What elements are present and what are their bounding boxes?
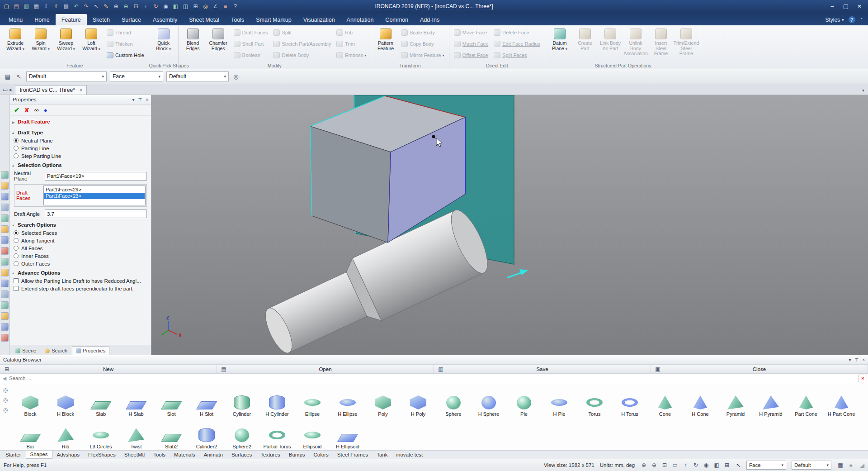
- catalog-item[interactable]: Slab: [83, 387, 118, 417]
- document-tab[interactable]: IronCAD vs C... Three* ×: [15, 85, 87, 95]
- settings-icon[interactable]: [221, 1, 230, 11]
- ribbon-button[interactable]: Delete Face ▾: [491, 27, 543, 38]
- left-tool-12-icon[interactable]: [1, 290, 9, 298]
- ribbon-tab[interactable]: Home: [28, 14, 55, 25]
- doc-tabs-overflow-icon[interactable]: ▾: [859, 88, 868, 95]
- preview-glasses-icon[interactable]: ∞: [34, 106, 39, 114]
- ribbon-button[interactable]: Offset Face ▾: [451, 50, 491, 61]
- page-icon[interactable]: ▭: [3, 86, 8, 93]
- catalog-item[interactable]: Sphere2: [224, 419, 259, 449]
- catalog-item[interactable]: H Sphere: [471, 387, 506, 417]
- catalog-tab[interactable]: Animatn: [200, 451, 227, 459]
- ribbon-tab[interactable]: Surface: [116, 14, 147, 25]
- ribbon-button[interactable]: Move Face ▾: [451, 27, 491, 38]
- left-tool-14-icon[interactable]: [1, 312, 9, 320]
- left-tool-13-icon[interactable]: [1, 301, 9, 309]
- catalog-tab[interactable]: Shapes: [26, 451, 52, 459]
- ribbon-button[interactable]: Quick Block ▾: [151, 27, 176, 61]
- print-icon[interactable]: [61, 1, 71, 11]
- ribbon-tab[interactable]: Tools: [225, 14, 250, 25]
- attach-icon[interactable]: ▤: [4, 72, 12, 81]
- radio-option[interactable]: Selected Faces: [10, 229, 151, 237]
- catalog-item[interactable]: H Cone: [683, 387, 718, 417]
- catalog-tab[interactable]: inovate test: [392, 451, 427, 459]
- sb-multi-view-icon[interactable]: [723, 462, 731, 468]
- catalog-item[interactable]: H Poly: [401, 387, 436, 417]
- status-filter-dropdown[interactable]: Face▾: [746, 461, 786, 470]
- catalog-item[interactable]: Block: [13, 387, 48, 417]
- color-dot-icon[interactable]: ●: [44, 107, 47, 114]
- section-advance-options[interactable]: Advance Options: [10, 267, 151, 277]
- catalog-item[interactable]: H Slab: [118, 387, 154, 417]
- catalog-item[interactable]: Ellipse: [295, 387, 330, 417]
- selection-cursor-icon[interactable]: ↖: [736, 462, 741, 469]
- left-tool-4-icon[interactable]: [1, 204, 9, 211]
- catalog-item[interactable]: Pie: [506, 387, 542, 417]
- sb-zoom-in-icon[interactable]: [640, 462, 647, 468]
- catalog-item[interactable]: Cone: [647, 387, 683, 417]
- catalog-button[interactable]: New: [0, 365, 217, 373]
- ribbon-tab[interactable]: Sketch: [87, 14, 116, 25]
- close-icon[interactable]: [853, 1, 866, 11]
- sb-zoom-fit-icon[interactable]: [671, 462, 679, 468]
- neutral-plane-input[interactable]: [45, 172, 147, 181]
- catalog-tab[interactable]: Tools: [149, 451, 170, 459]
- ribbon-button[interactable]: Trim ▾: [334, 38, 369, 49]
- close-panel-icon[interactable]: ×: [146, 97, 148, 102]
- section-search-options[interactable]: Search Options: [10, 219, 151, 229]
- panel-bottom-tab[interactable]: Properties: [72, 346, 109, 355]
- new-icon[interactable]: [2, 1, 11, 11]
- sb-config-icon[interactable]: [847, 462, 854, 468]
- ribbon-button[interactable]: Spin Wizard ▾: [28, 27, 53, 61]
- sb-pan-icon[interactable]: [682, 462, 689, 468]
- ribbon-tab[interactable]: Sheet Metal: [183, 14, 225, 25]
- ribbon-tab[interactable]: Smart Markup: [250, 14, 297, 25]
- styles-dropdown[interactable]: Styles▾: [825, 17, 844, 23]
- catalog-item[interactable]: Cylinder: [224, 387, 259, 417]
- catalog-tab[interactable]: Advshaps: [53, 451, 84, 459]
- catalog-item[interactable]: H Pie: [542, 387, 577, 417]
- 3d-viewport[interactable]: Z X: [151, 95, 868, 355]
- ribbon-tab[interactable]: Assembly: [147, 14, 183, 25]
- ribbon-button[interactable]: Stretch Part/Assembly ▾: [270, 38, 334, 49]
- catalog-item[interactable]: H Slot: [189, 387, 224, 417]
- sb-look-at-icon[interactable]: [703, 462, 710, 468]
- catalog-item[interactable]: Slot: [154, 387, 189, 417]
- catalog-tab[interactable]: Bumps: [285, 451, 309, 459]
- catalog-button[interactable]: Close: [651, 365, 868, 373]
- shaded-view-icon[interactable]: [171, 1, 180, 11]
- ribbon-button[interactable]: Mirror Feature ▾: [398, 50, 447, 61]
- catalog-item[interactable]: H Cylinder: [259, 387, 295, 417]
- pan-icon[interactable]: [141, 1, 151, 11]
- select-tool-icon[interactable]: ↖: [15, 72, 23, 81]
- sketch-icon[interactable]: [101, 1, 111, 11]
- catalog-item[interactable]: Slab2: [154, 419, 189, 449]
- catalog-tab[interactable]: FlexShapes: [84, 451, 120, 459]
- zoom-fit-icon[interactable]: [131, 1, 141, 11]
- export-icon[interactable]: [52, 1, 61, 11]
- catalog-item[interactable]: L3 Circles: [83, 419, 118, 449]
- catalog-tab[interactable]: Surfaces: [227, 451, 256, 459]
- close-panel-icon[interactable]: ×: [862, 357, 865, 362]
- status-style-dropdown[interactable]: Default▾: [792, 461, 831, 470]
- pin-icon[interactable]: ⊤: [854, 357, 859, 362]
- catalog-tab[interactable]: Materials: [170, 451, 199, 459]
- ribbon-button[interactable]: Shell Part ▾: [231, 38, 271, 49]
- save-all-icon[interactable]: [32, 1, 41, 11]
- ribbon-button[interactable]: Split ▾: [270, 27, 334, 38]
- measure-icon[interactable]: [211, 1, 220, 11]
- ribbon-tab[interactable]: Visualization: [297, 14, 341, 25]
- catalog-item[interactable]: Torus: [577, 387, 612, 417]
- catalog-tab[interactable]: SheetMtl: [120, 451, 149, 459]
- ribbon-tab[interactable]: Menu: [3, 14, 28, 25]
- left-tool-15-icon[interactable]: [1, 323, 9, 331]
- close-document-icon[interactable]: ×: [80, 87, 82, 93]
- catalog-item[interactable]: Partial Torus: [259, 419, 295, 449]
- sb-zoom-window-icon[interactable]: [661, 462, 668, 468]
- catalog-tab[interactable]: Textures: [256, 451, 284, 459]
- ribbon-button[interactable]: Trim/Extend Steel Frame ▾: [674, 27, 699, 61]
- zoom-out-icon[interactable]: [121, 1, 131, 11]
- apply-check-icon[interactable]: ✔: [14, 106, 19, 114]
- style-dropdown[interactable]: Default▾: [166, 71, 229, 81]
- ribbon-button[interactable]: Create Part ▾: [572, 27, 598, 61]
